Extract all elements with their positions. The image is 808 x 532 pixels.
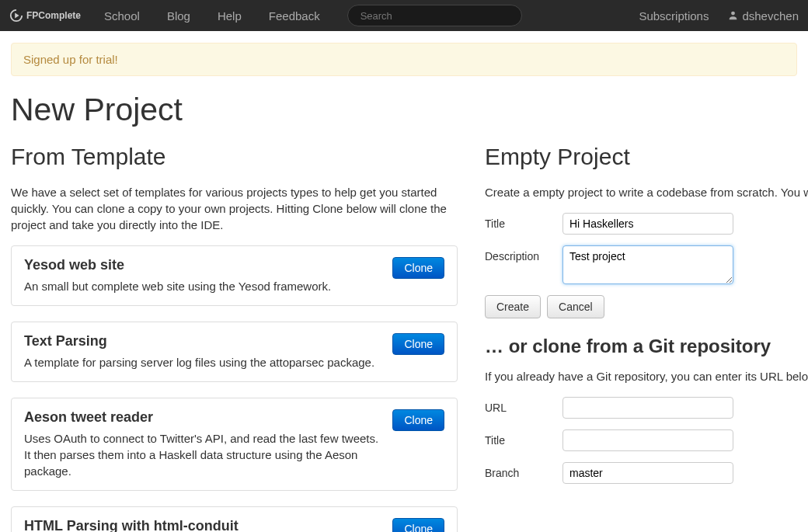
git-title-label: Title [485,429,562,447]
nav-link-blog[interactable]: Blog [167,9,190,23]
empty-project-intro: Create a empty project to write a codeba… [485,184,797,200]
template-desc: Uses OAuth to connect to Twitter's API, … [24,430,444,479]
description-label: Description [485,245,562,263]
nav-link-subscriptions[interactable]: Subscriptions [639,9,709,23]
template-desc: A template for parsing server log files … [24,354,444,370]
git-clone-heading: … or clone from a Git repository [485,336,797,357]
search-box [347,5,522,26]
user-icon [728,9,738,23]
title-input[interactable] [562,213,733,235]
template-card-aeson: Clone Aeson tweet reader Uses OAuth to c… [11,398,458,491]
trial-alert: Signed up for trial! [11,43,797,76]
template-title: HTML Parsing with html-conduit [24,518,444,532]
clone-button[interactable]: Clone [392,409,444,431]
empty-project-section: Empty Project Create a empty project to … [485,144,797,532]
cancel-button[interactable]: Cancel [547,295,604,318]
template-desc: An small but complete web site using the… [24,278,444,294]
url-input[interactable] [562,397,733,419]
svg-point-0 [732,11,736,15]
nav-link-school[interactable]: School [104,9,140,23]
nav-link-help[interactable]: Help [218,9,242,23]
template-title: Aeson tweet reader [24,409,444,426]
template-title: Yesod web site [24,257,444,273]
branch-label: Branch [485,462,562,479]
user-menu[interactable]: dshevchen [728,9,799,23]
empty-project-heading: Empty Project [485,144,797,170]
git-clone-intro: If you already have a Git repository, yo… [485,368,797,384]
template-card-html-conduit: Clone HTML Parsing with html-conduit [11,506,458,532]
title-label: Title [485,213,562,230]
nav-right: Subscriptions dshevchen [639,9,799,23]
template-title: Text Parsing [24,333,444,349]
search-input[interactable] [360,10,509,22]
clone-button[interactable]: Clone [392,518,444,532]
from-template-heading: From Template [11,144,458,170]
fpcomplete-logo-icon [9,9,23,23]
page-title: New Project [11,92,797,128]
username: dshevchen [742,9,799,23]
logo-text: FPComplete [26,10,81,21]
from-template-section: From Template We have a select set of te… [11,144,458,532]
content: Signed up for trial! New Project From Te… [0,31,808,532]
template-card-yesod: Clone Yesod web site An small but comple… [11,245,458,306]
description-textarea[interactable]: <span class="desc-text"></span> [562,245,733,284]
clone-button[interactable]: Clone [392,257,444,279]
clone-button[interactable]: Clone [392,333,444,355]
branch-input[interactable] [562,462,733,484]
from-template-intro: We have a select set of templates for va… [11,184,458,233]
navbar: FPComplete School Blog Help Feedback Sub… [0,0,808,31]
template-card-text-parsing: Clone Text Parsing A template for parsin… [11,322,458,382]
nav-link-feedback[interactable]: Feedback [269,9,320,23]
git-title-input[interactable] [562,429,733,451]
logo[interactable]: FPComplete [9,9,81,23]
create-button[interactable]: Create [485,295,541,318]
url-label: URL [485,397,562,414]
nav-links: School Blog Help Feedback [104,9,320,23]
